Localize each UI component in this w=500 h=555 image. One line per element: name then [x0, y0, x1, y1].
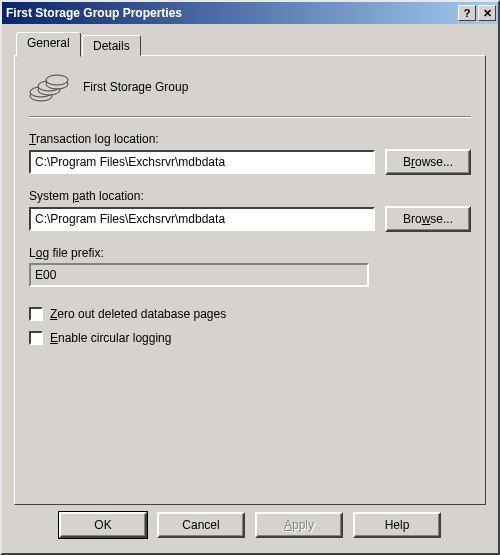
- tab-general[interactable]: General: [16, 32, 81, 57]
- zero-out-checkbox[interactable]: [29, 307, 43, 321]
- zero-out-label: Zero out deleted database pages: [50, 307, 226, 321]
- browse-system-path-button[interactable]: Browse...: [385, 206, 471, 232]
- tab-details-label: Details: [93, 39, 130, 53]
- tab-strip: General Details: [14, 34, 486, 56]
- log-prefix-label: Log file prefix:: [29, 246, 471, 260]
- storage-group-icon: [29, 70, 69, 104]
- storage-group-name: First Storage Group: [83, 80, 188, 94]
- log-prefix-value: E00: [29, 263, 369, 287]
- tab-panel-general: First Storage Group Transaction log loca…: [14, 55, 486, 505]
- tab-general-label: General: [27, 36, 70, 50]
- zero-out-checkbox-row[interactable]: Zero out deleted database pages: [29, 307, 471, 321]
- help-icon: ?: [464, 7, 471, 19]
- close-icon: ✕: [483, 7, 492, 20]
- system-path-input[interactable]: [29, 207, 375, 231]
- browse-transaction-log-button[interactable]: Browse...: [385, 149, 471, 175]
- dialog-button-bar: OK Cancel Apply Help: [14, 505, 486, 553]
- transaction-log-label: Transaction log location:: [29, 132, 471, 146]
- help-button-bottom[interactable]: Help: [353, 512, 441, 538]
- dialog-window: First Storage Group Properties ? ✕ Gener…: [0, 0, 500, 555]
- title-bar: First Storage Group Properties ? ✕: [2, 2, 498, 24]
- circular-logging-checkbox-row[interactable]: Enable circular logging: [29, 331, 471, 345]
- circular-logging-checkbox[interactable]: [29, 331, 43, 345]
- cancel-button[interactable]: Cancel: [157, 512, 245, 538]
- apply-button[interactable]: Apply: [255, 512, 343, 538]
- help-button[interactable]: ?: [458, 5, 476, 21]
- close-button[interactable]: ✕: [478, 5, 496, 21]
- window-title: First Storage Group Properties: [6, 6, 456, 20]
- svg-point-5: [46, 75, 68, 85]
- transaction-log-row: Browse...: [29, 149, 471, 175]
- separator: [29, 116, 471, 118]
- client-area: General Details First Storage Group: [2, 24, 498, 553]
- circular-logging-label: Enable circular logging: [50, 331, 171, 345]
- system-path-row: Browse...: [29, 206, 471, 232]
- header-row: First Storage Group: [29, 70, 471, 104]
- ok-button[interactable]: OK: [59, 512, 147, 538]
- transaction-log-input[interactable]: [29, 150, 375, 174]
- log-prefix-row: E00: [29, 263, 471, 287]
- system-path-label: System path location:: [29, 189, 471, 203]
- tab-details[interactable]: Details: [82, 35, 141, 56]
